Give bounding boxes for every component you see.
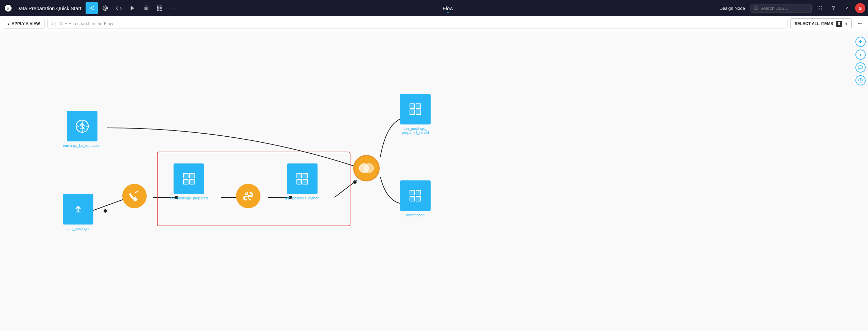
- flow-canvas: earnings_by_education job_postings: [0, 31, 868, 331]
- node-job-postings-prepared[interactable]: job_postings_prepared: [170, 163, 208, 200]
- svg-rect-68: [410, 196, 415, 201]
- flow-search-input[interactable]: ⌘ + F to search in the Flow: [47, 19, 788, 28]
- target-icon-btn[interactable]: [99, 2, 111, 14]
- join-recipe-circle[interactable]: [353, 155, 380, 181]
- svg-point-20: [818, 6, 818, 7]
- svg-rect-52: [183, 179, 188, 184]
- chevron-down-icon: ∨: [7, 22, 10, 25]
- svg-rect-51: [189, 173, 194, 178]
- code-icon-btn[interactable]: [113, 2, 125, 14]
- svg-point-25: [821, 8, 822, 8]
- svg-point-21: [819, 6, 820, 7]
- back-button[interactable]: ←: [854, 18, 865, 29]
- svg-rect-15: [160, 6, 162, 7]
- svg-rect-50: [183, 173, 188, 178]
- dataset-box-joined[interactable]: [400, 94, 431, 124]
- svg-point-2: [93, 9, 94, 10]
- apply-view-button[interactable]: ∨ APPLY A VIEW: [3, 19, 44, 28]
- sidebar-clock-icon[interactable]: [855, 75, 866, 85]
- node-python-recipe[interactable]: [236, 184, 260, 208]
- dataset-box-job-postings[interactable]: [63, 194, 93, 225]
- topnav-right-area: Design Node Search DSS... ? S: [717, 3, 865, 14]
- node-label-joined: job_postings_prepared_joined: [402, 126, 429, 135]
- flow-search-placeholder: ⌘ + F to search in the Flow: [59, 21, 113, 26]
- apply-view-label: APPLY A VIEW: [12, 21, 40, 26]
- run-icon-btn[interactable]: [126, 2, 139, 14]
- dataset-box-earnings[interactable]: [67, 111, 97, 141]
- db-icon-btn[interactable]: [140, 2, 152, 14]
- dataset-box-python[interactable]: [287, 163, 318, 194]
- dataset-box-prepared[interactable]: [174, 163, 204, 194]
- top-navigation: Data Preparation Quick Start: [0, 0, 868, 16]
- svg-rect-66: [410, 190, 415, 195]
- svg-rect-53: [189, 179, 194, 184]
- node-label-earnings: earnings_by_education: [63, 143, 102, 148]
- node-label-python: job_postings_python: [285, 196, 320, 200]
- svg-point-23: [818, 8, 818, 8]
- flow-label-area: Flow: [181, 5, 716, 11]
- svg-rect-16: [157, 9, 159, 11]
- svg-line-49: [135, 191, 138, 193]
- svg-rect-67: [416, 190, 421, 195]
- select-all-chevron-icon: ∨: [845, 22, 847, 25]
- select-all-button[interactable]: SELECT ALL ITEMS 9 ∨: [790, 18, 852, 29]
- design-node-button[interactable]: Design Node: [717, 4, 748, 12]
- svg-point-26: [818, 9, 818, 10]
- svg-point-24: [819, 8, 820, 8]
- global-search[interactable]: Search DSS...: [751, 4, 812, 13]
- python-recipe-circle[interactable]: [236, 184, 260, 208]
- svg-line-29: [846, 7, 848, 9]
- search-placeholder: Search DSS...: [760, 6, 788, 11]
- right-sidebar: + i: [853, 31, 868, 331]
- select-all-label: SELECT ALL ITEMS: [795, 21, 833, 26]
- node-job-postings[interactable]: job_postings: [63, 194, 93, 231]
- svg-line-4: [91, 8, 93, 9]
- svg-rect-17: [160, 9, 162, 11]
- svg-rect-59: [303, 179, 308, 184]
- app-logo[interactable]: [3, 3, 14, 14]
- node-join-recipe[interactable]: [353, 155, 380, 181]
- node-label-prepared: job_postings_prepared: [170, 196, 208, 200]
- share-icon-btn[interactable]: [86, 2, 98, 14]
- svg-point-1: [93, 6, 94, 7]
- node-prepare-recipe[interactable]: [122, 184, 147, 208]
- apps-icon[interactable]: [814, 3, 825, 14]
- sidebar-info-icon[interactable]: i: [855, 50, 866, 60]
- svg-line-31: [55, 24, 56, 25]
- svg-point-55: [249, 198, 251, 199]
- svg-rect-14: [157, 6, 159, 7]
- svg-point-7: [105, 8, 106, 8]
- svg-rect-58: [297, 179, 302, 184]
- svg-rect-57: [303, 173, 308, 178]
- toolbar: ∨ APPLY A VIEW ⌘ + F to search in the Fl…: [0, 16, 868, 31]
- svg-rect-65: [416, 110, 421, 115]
- node-unmatched[interactable]: unmatched: [400, 180, 431, 217]
- svg-point-0: [90, 8, 91, 9]
- node-job-postings-python[interactable]: job_postings_python: [285, 163, 320, 200]
- node-earnings-by-education[interactable]: earnings_by_education: [63, 111, 102, 148]
- grid-icon-btn[interactable]: [153, 2, 166, 14]
- svg-point-32: [104, 209, 107, 213]
- svg-point-54: [246, 193, 247, 194]
- svg-point-13: [144, 6, 148, 7]
- help-icon[interactable]: ?: [828, 3, 839, 14]
- dataset-box-unmatched[interactable]: [400, 180, 431, 211]
- app-title: Data Preparation Quick Start: [16, 5, 82, 11]
- svg-rect-62: [410, 104, 415, 109]
- node-label-unmatched: unmatched: [406, 213, 424, 217]
- sidebar-plus-icon[interactable]: +: [855, 37, 866, 47]
- share-external-icon[interactable]: [842, 3, 852, 14]
- more-icon-btn[interactable]: ···: [167, 2, 179, 14]
- node-job-postings-prepared-joined[interactable]: job_postings_prepared_joined: [400, 94, 431, 135]
- flow-label: Flow: [442, 5, 453, 11]
- svg-rect-64: [410, 110, 415, 115]
- svg-point-27: [819, 9, 820, 10]
- node-label-job-postings: job_postings: [68, 227, 89, 231]
- svg-point-18: [754, 6, 757, 9]
- svg-point-22: [821, 6, 822, 7]
- sidebar-chat-icon[interactable]: [855, 62, 866, 73]
- prepare-recipe-circle[interactable]: [122, 184, 147, 208]
- user-avatar[interactable]: S: [855, 3, 865, 13]
- svg-line-3: [91, 7, 93, 8]
- svg-rect-63: [416, 104, 421, 109]
